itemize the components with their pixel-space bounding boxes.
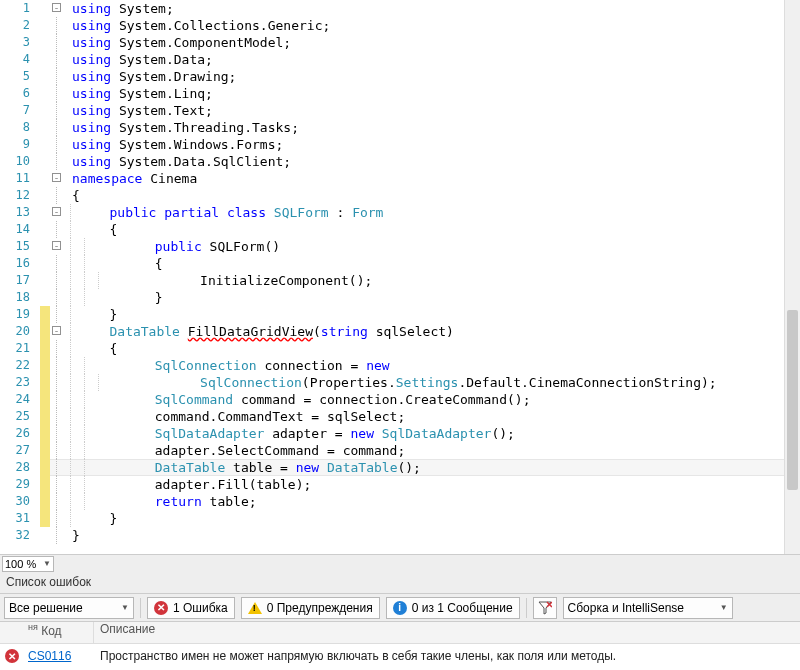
code-text[interactable]: { [98,255,800,272]
code-line[interactable]: 23 SqlConnection(Properties.Settings.Def… [0,374,800,391]
code-text[interactable]: SqlConnection connection = new [98,357,800,374]
outline-gutter[interactable] [50,408,70,425]
code-text[interactable]: { [84,340,800,357]
outline-gutter[interactable] [50,459,70,476]
code-text[interactable]: using System.Data; [70,51,800,68]
fold-toggle[interactable]: - [52,241,61,250]
outline-gutter[interactable]: - [50,323,70,340]
outline-gutter[interactable] [50,442,70,459]
code-line[interactable]: 5using System.Drawing; [0,68,800,85]
filter-messages-button[interactable]: i 0 из 1 Сообщение [386,597,520,619]
code-text[interactable]: return table; [98,493,800,510]
code-text[interactable]: { [84,221,800,238]
fold-toggle[interactable]: - [52,207,61,216]
outline-gutter[interactable] [50,493,70,510]
filter-errors-button[interactable]: ✕ 1 Ошибка [147,597,235,619]
outline-gutter[interactable] [50,51,70,68]
code-text[interactable]: using System.Data.SqlClient; [70,153,800,170]
code-line[interactable]: 32} [0,527,800,544]
filter-warnings-button[interactable]: 0 Предупреждения [241,597,380,619]
code-viewport[interactable]: 1-using System;2using System.Collections… [0,0,800,554]
outline-gutter[interactable] [50,527,70,544]
outline-gutter[interactable] [50,289,70,306]
code-line[interactable]: 8using System.Threading.Tasks; [0,119,800,136]
outline-gutter[interactable]: - [50,238,70,255]
error-row[interactable]: ✕CS0116Пространство имен не может напрям… [0,644,800,668]
code-text[interactable]: } [84,510,800,527]
outline-gutter[interactable] [50,306,70,323]
code-line[interactable]: 2using System.Collections.Generic; [0,17,800,34]
code-text[interactable]: SqlDataAdapter adapter = new SqlDataAdap… [98,425,800,442]
code-text[interactable]: SqlCommand command = connection.CreateCo… [98,391,800,408]
code-text[interactable]: DataTable table = new DataTable(); [98,459,800,476]
code-text[interactable]: } [84,306,800,323]
fold-toggle[interactable]: - [52,3,61,12]
code-line[interactable]: 31 } [0,510,800,527]
code-text[interactable]: adapter.SelectCommand = command; [98,442,800,459]
code-line[interactable]: 21 { [0,340,800,357]
code-text[interactable]: using System.Threading.Tasks; [70,119,800,136]
code-editor[interactable]: 1-using System;2using System.Collections… [0,0,800,572]
code-line[interactable]: 30 return table; [0,493,800,510]
outline-gutter[interactable] [50,119,70,136]
fold-toggle[interactable]: - [52,326,61,335]
code-line[interactable]: 14 { [0,221,800,238]
code-line[interactable]: 4using System.Data; [0,51,800,68]
outline-gutter[interactable] [50,357,70,374]
code-line[interactable]: 28 DataTable table = new DataTable(); [0,459,800,476]
code-line[interactable]: 26 SqlDataAdapter adapter = new SqlDataA… [0,425,800,442]
outline-gutter[interactable] [50,425,70,442]
zoom-dropdown[interactable]: 100 % ▼ [2,556,54,572]
outline-gutter[interactable] [50,85,70,102]
outline-gutter[interactable] [50,136,70,153]
fold-toggle[interactable]: - [52,173,61,182]
code-text[interactable]: using System.ComponentModel; [70,34,800,51]
code-line[interactable]: 22 SqlConnection connection = new [0,357,800,374]
outline-gutter[interactable] [50,255,70,272]
outline-gutter[interactable] [50,374,70,391]
code-line[interactable]: 3using System.ComponentModel; [0,34,800,51]
outline-gutter[interactable]: - [50,204,70,221]
outline-gutter[interactable] [50,272,70,289]
outline-gutter[interactable]: - [50,0,70,17]
outline-gutter[interactable] [50,102,70,119]
code-text[interactable]: using System.Text; [70,102,800,119]
header-icon-col[interactable] [0,622,24,643]
outline-gutter[interactable] [50,340,70,357]
code-text[interactable]: using System.Drawing; [70,68,800,85]
code-text[interactable]: public SQLForm() [98,238,800,255]
code-line[interactable]: 18 } [0,289,800,306]
outline-gutter[interactable] [50,510,70,527]
code-text[interactable]: SqlConnection(Properties.Settings.Defaul… [112,374,800,391]
code-line[interactable]: 17 InitializeComponent(); [0,272,800,289]
code-line[interactable]: 25 command.CommandText = sqlSelect; [0,408,800,425]
code-line[interactable]: 11-namespace Cinema [0,170,800,187]
code-line[interactable]: 20- DataTable FillDataGridView(string sq… [0,323,800,340]
code-line[interactable]: 1-using System; [0,0,800,17]
code-text[interactable]: using System.Collections.Generic; [70,17,800,34]
code-line[interactable]: 29 adapter.Fill(table); [0,476,800,493]
code-text[interactable]: using System; [70,0,800,17]
code-text[interactable]: public partial class SQLForm : Form [84,204,800,221]
outline-gutter[interactable] [50,68,70,85]
code-text[interactable]: command.CommandText = sqlSelect; [98,408,800,425]
code-text[interactable]: } [70,527,800,544]
code-line[interactable]: 24 SqlCommand command = connection.Creat… [0,391,800,408]
code-line[interactable]: 9using System.Windows.Forms; [0,136,800,153]
outline-gutter[interactable] [50,153,70,170]
code-text[interactable]: using System.Windows.Forms; [70,136,800,153]
outline-gutter[interactable] [50,476,70,493]
build-filter-dropdown[interactable]: Сборка и IntelliSense ▼ [563,597,733,619]
error-list-body[interactable]: ✕CS0116Пространство имен не может напрям… [0,644,800,668]
outline-gutter[interactable] [50,391,70,408]
code-text[interactable]: adapter.Fill(table); [98,476,800,493]
code-text[interactable]: DataTable FillDataGridView(string sqlSel… [84,323,800,340]
code-line[interactable]: 7using System.Text; [0,102,800,119]
code-text[interactable]: namespace Cinema [70,170,800,187]
header-description-col[interactable]: Описание [94,622,800,643]
vertical-scrollbar[interactable] [784,0,800,554]
outline-gutter[interactable] [50,34,70,51]
code-line[interactable]: 13- public partial class SQLForm : Form [0,204,800,221]
code-line[interactable]: 6using System.Linq; [0,85,800,102]
code-text[interactable]: InitializeComponent(); [112,272,800,289]
